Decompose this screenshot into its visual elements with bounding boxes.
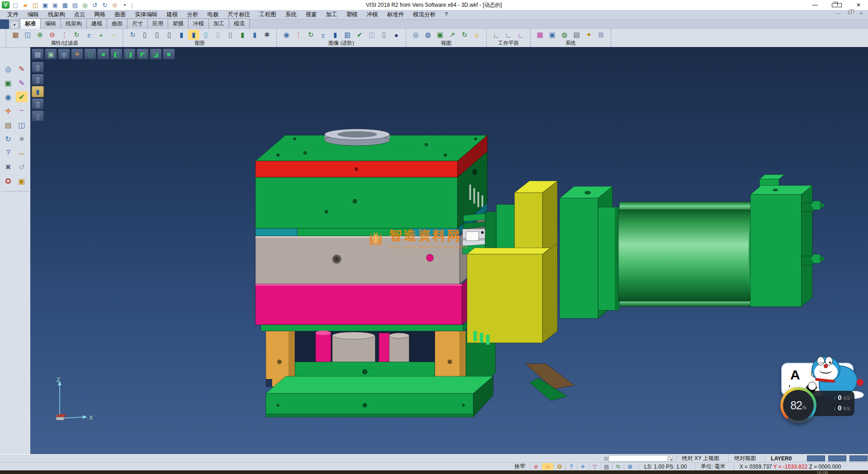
color-swatch[interactable] [807, 455, 825, 461]
ribbon-tab[interactable]: 线架构 [61, 19, 87, 29]
zoom-dynamic-icon[interactable]: ◎ [2, 63, 14, 74]
view-mode-label[interactable]: 绝对视图 [728, 455, 761, 462]
menu-item[interactable]: 系统 [281, 10, 301, 19]
scale-1-1-icon[interactable]: ▣ [434, 30, 446, 40]
cylinder-outline2-icon[interactable]: ▯ [151, 30, 163, 40]
ribbon-tab[interactable]: 尺寸 [127, 19, 148, 29]
cylinder-outline3-icon[interactable]: ▯ [164, 30, 175, 40]
new-document-icon[interactable]: ▢ [11, 1, 19, 9]
adv-traffic-icon[interactable]: ⋮ [293, 30, 304, 40]
menu-item[interactable]: 实体编辑 [131, 10, 162, 19]
grid-plane-icon[interactable]: ⊞ [595, 30, 607, 40]
zoom-select-icon[interactable]: ◍ [422, 30, 434, 40]
no-snap-icon[interactable]: ⊘ [530, 463, 542, 470]
cylinder-copy-icon[interactable]: ▮ [249, 30, 260, 40]
auto-rotate-icon[interactable]: ↻ [612, 463, 624, 470]
cylinder-outline-icon[interactable]: ▯ [139, 30, 151, 40]
menu-item[interactable]: 工程图 [255, 10, 281, 19]
ribbon-tab[interactable]: 应用 [147, 19, 168, 29]
redo-icon[interactable]: ↻ [101, 1, 109, 9]
confirm-check-icon[interactable]: ✔ [16, 91, 28, 102]
workplane-create-icon[interactable]: ∟ [491, 30, 502, 40]
list-bars-icon[interactable]: ▤ [600, 463, 612, 470]
shade-mode-icon[interactable]: ▯ [32, 62, 44, 73]
view-orientation-label[interactable]: 绝对 XY 上视图 [676, 455, 725, 462]
cylinder-selected-icon[interactable]: ▮ [188, 30, 199, 40]
view-back-icon[interactable]: ◨ [123, 48, 136, 60]
view-top-icon[interactable]: □ [84, 48, 96, 60]
ribbon-tab[interactable]: 建模 [86, 19, 107, 29]
cylinder-solid-icon[interactable]: ▮ [176, 30, 187, 40]
mdi-close-button[interactable]: ✕ [858, 11, 864, 16]
doc-filter-icon[interactable]: ◫ [22, 30, 33, 40]
traffic-filter-icon[interactable]: ⋮ [59, 30, 70, 40]
layers-list-icon[interactable]: ▤ [32, 48, 44, 60]
menu-item[interactable]: 标准件 [382, 10, 409, 19]
solid-mode-icon[interactable]: ▮ [32, 86, 44, 97]
ribbon-tab[interactable]: 冲模 [188, 19, 209, 29]
tab-dropdown-icon[interactable]: ▼ [10, 21, 19, 29]
menu-item[interactable]: 尺寸标注 [223, 10, 255, 19]
refresh-icon[interactable]: ↻ [2, 133, 14, 144]
system-tools-icon[interactable]: ◍ [559, 30, 570, 40]
save-all-icon[interactable]: ▦ [61, 1, 69, 9]
close-button[interactable]: ✕ [854, 2, 863, 8]
menu-item[interactable]: ? [440, 10, 453, 19]
ribbon-tab[interactable]: 编辑 [40, 19, 61, 29]
grid-window-icon[interactable]: ⊞ [624, 463, 636, 470]
ribbon-tab[interactable]: 模流 [229, 19, 250, 29]
menu-item[interactable]: 文件 [3, 10, 23, 19]
minimize-button[interactable]: — [810, 2, 820, 8]
view-bottom-icon[interactable]: ■ [97, 48, 109, 60]
open-part-icon[interactable]: ◫ [31, 1, 39, 9]
snap-vertex-icon[interactable]: ✛ [577, 463, 589, 470]
face-view-icon[interactable]: ☺ [471, 30, 482, 40]
print-preview-icon[interactable]: ◎ [81, 1, 89, 9]
visi-logo-icon[interactable]: V [2, 1, 9, 9]
ribbon-tab[interactable]: 曲面 [107, 19, 127, 29]
spline-icon[interactable]: ~ [16, 105, 28, 116]
cylinder-new-icon[interactable]: ▮ [237, 30, 248, 40]
active-layer-label[interactable]: LAYER0 [765, 455, 797, 462]
workplane-edit-icon[interactable]: ∟ [503, 30, 514, 40]
history-icon[interactable]: ⊙ [111, 1, 119, 9]
solid-top-icon[interactable]: ▽ [589, 463, 600, 470]
menu-item[interactable]: 模流分析 [409, 10, 440, 19]
undo-icon[interactable]: ↺ [91, 1, 99, 9]
layers-palette-icon[interactable]: ▤ [2, 119, 14, 130]
menu-item[interactable]: 电极 [203, 10, 223, 19]
zoom-solid-icon[interactable]: ◉ [2, 91, 14, 102]
menu-item[interactable]: 视窗 [301, 10, 321, 19]
magnet-snap-icon[interactable]: ∩ [542, 463, 553, 470]
shade-doc-icon[interactable]: ◫ [366, 30, 377, 40]
wireframe-icon[interactable]: ▯ [378, 30, 390, 40]
menu-item[interactable]: 加工 [321, 10, 342, 19]
snap-lock-label[interactable]: 拴牢 [510, 463, 530, 470]
toggle-visibility-icon[interactable]: ± [83, 30, 94, 40]
display-settings-icon[interactable]: ▣ [547, 30, 558, 40]
model-3d-viewport[interactable]: ▤▣◎✛□■◧◨◩◪■ ▯▯▮▯▯ [30, 47, 868, 454]
save-icon[interactable]: ▣ [41, 1, 49, 9]
menu-item[interactable]: 冲模 [362, 10, 382, 19]
cylinder-wire-icon[interactable]: ▯ [225, 30, 236, 40]
zoom-window-icon[interactable]: ◎ [410, 30, 421, 40]
color-swatch[interactable] [849, 455, 868, 461]
ghost-mode-icon[interactable]: ▯ [32, 98, 44, 109]
color-swatch[interactable] [828, 455, 846, 461]
refresh-graphics-icon[interactable]: ↻ [127, 30, 138, 40]
menu-item[interactable]: 网格 [90, 10, 110, 19]
restore-button[interactable] [832, 3, 842, 7]
menu-item[interactable]: 曲面 [110, 10, 131, 19]
shade-striped-icon[interactable]: ▥ [342, 30, 353, 40]
axis-origin-icon[interactable]: ✛ [71, 48, 83, 60]
config-table-icon[interactable]: ▤ [571, 30, 582, 40]
search-scope-icon[interactable]: ◎ [604, 455, 609, 461]
wcs-axis-icon[interactable]: ✛ [2, 105, 14, 116]
fit-view-icon[interactable]: ▣ [2, 77, 14, 88]
colors-palette-icon[interactable]: ▦ [534, 30, 546, 40]
menu-item[interactable]: 点云 [70, 10, 90, 19]
edit-curve-icon[interactable]: ✎ [16, 77, 28, 88]
measure-distance-icon[interactable]: ↔ [16, 147, 28, 158]
workplane-multi-icon[interactable]: ∟ [515, 30, 526, 40]
hide-entities-icon[interactable]: ⊖ [47, 30, 58, 40]
